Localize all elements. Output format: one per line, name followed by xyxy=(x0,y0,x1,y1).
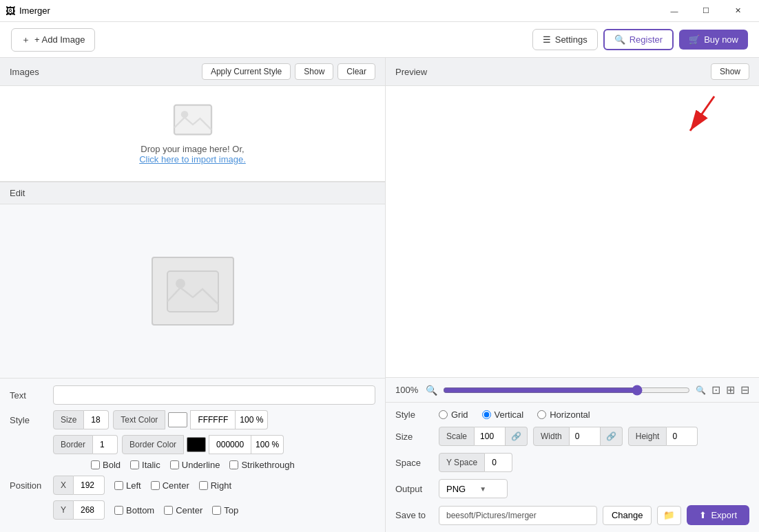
bottom-radio[interactable]: Bottom xyxy=(114,505,154,515)
space-row: Space Y Space 0 xyxy=(395,453,749,472)
show-images-button[interactable]: Show xyxy=(295,63,333,80)
y-space-value[interactable]: 0 xyxy=(485,453,512,472)
vertical-radio[interactable]: Vertical xyxy=(482,409,524,420)
plus-icon: ＋ xyxy=(21,34,30,46)
space-label: Space xyxy=(395,458,433,468)
vertical-radio-input[interactable] xyxy=(482,410,491,419)
folder-button[interactable]: 📁 xyxy=(657,506,681,525)
right-panel: Preview Show 100% 🔍 🔍 xyxy=(386,58,759,532)
output-format-select[interactable]: PNG ▼ xyxy=(439,479,508,498)
clear-button[interactable]: Clear xyxy=(337,63,375,80)
y-group: Y 268 xyxy=(53,500,105,520)
register-button[interactable]: 🔍 Register xyxy=(603,29,674,50)
text-color-hex[interactable]: FFFFFF xyxy=(190,410,236,429)
edit-header: Edit xyxy=(0,182,385,204)
height-value[interactable]: 0 xyxy=(667,427,698,446)
right-radio[interactable]: Right xyxy=(199,480,231,491)
height-label: Height xyxy=(628,427,667,446)
x-value[interactable]: 192 xyxy=(74,476,105,495)
right-check[interactable] xyxy=(199,481,208,490)
top-radio[interactable]: Top xyxy=(212,505,238,515)
italic-checkbox[interactable]: Italic xyxy=(130,460,160,470)
zoom-percent: 100% xyxy=(395,385,420,395)
border-color-group: Border Color 000000 100 % xyxy=(122,435,284,454)
center-top-radio[interactable]: Center xyxy=(151,480,189,491)
text-color-label: Text Color xyxy=(113,410,165,429)
center-top-label: Center xyxy=(163,480,189,491)
zoom-in-icon[interactable]: 🔍 xyxy=(696,385,706,395)
center-top-check[interactable] xyxy=(151,481,160,490)
canvas-image-icon xyxy=(165,269,220,314)
style-radio-row: Style Grid Vertical Horizontal xyxy=(395,409,749,420)
scale-link-icon[interactable]: 🔗 xyxy=(506,427,528,446)
style-radio-group: Grid Vertical Horizontal xyxy=(439,409,590,420)
export-button[interactable]: ⬆ Export xyxy=(687,505,749,525)
actual-size-icon[interactable]: ⊞ xyxy=(726,383,735,396)
strikethrough-checkbox[interactable]: Strikethrough xyxy=(229,460,294,470)
horizontal-radio-input[interactable] xyxy=(537,410,546,419)
minimize-button[interactable]: — xyxy=(658,0,690,22)
center-bottom-check[interactable] xyxy=(164,506,173,515)
scale-group: Scale 100 🔗 xyxy=(439,427,528,446)
size-value[interactable]: 18 xyxy=(84,410,109,429)
apply-style-button[interactable]: Apply Current Style xyxy=(202,63,291,80)
left-radio[interactable]: Left xyxy=(114,480,141,491)
width-link-icon[interactable]: 🔗 xyxy=(601,427,623,446)
left-check[interactable] xyxy=(114,481,123,490)
zoom-slider[interactable] xyxy=(443,385,690,396)
search-icon: 🔍 xyxy=(614,34,625,45)
edit-title: Edit xyxy=(10,188,25,198)
drop-zone[interactable]: Drop your image here! Or, Click here to … xyxy=(0,86,385,181)
arrow-svg xyxy=(656,93,718,148)
bold-checkbox[interactable]: Bold xyxy=(91,460,121,470)
width-value[interactable]: 0 xyxy=(570,427,601,446)
images-buttons: Apply Current Style Show Clear xyxy=(202,63,375,80)
text-label: Text xyxy=(10,390,48,401)
y-space-label: Y Space xyxy=(439,453,485,472)
border-color-hex[interactable]: 000000 xyxy=(209,435,251,454)
border-value[interactable]: 1 xyxy=(93,435,118,454)
checkboxes: Bold Italic Underline Strikethrough xyxy=(91,460,295,470)
add-image-button[interactable]: ＋ + Add Image xyxy=(11,28,95,52)
zoom-out-icon[interactable]: 🔍 xyxy=(426,385,437,396)
y-value[interactable]: 268 xyxy=(74,500,105,520)
scale-value[interactable]: 100 xyxy=(475,427,506,446)
border-color-preview[interactable] xyxy=(187,437,206,452)
left-panel: Images Apply Current Style Show Clear Dr… xyxy=(0,58,386,532)
maximize-button[interactable]: ☐ xyxy=(690,0,722,22)
toolbar-left: ＋ + Add Image xyxy=(11,28,95,52)
close-button[interactable]: ✕ xyxy=(722,0,753,22)
underline-checkbox[interactable]: Underline xyxy=(170,460,220,470)
show-preview-button[interactable]: Show xyxy=(711,63,749,80)
position-controls1: X 192 Left Center Rig xyxy=(53,476,231,495)
text-color-preview[interactable] xyxy=(168,412,187,427)
text-row: Text xyxy=(10,385,375,405)
grid-radio[interactable]: Grid xyxy=(439,409,468,420)
size-group: Size 18 xyxy=(53,410,109,429)
underline-check[interactable] xyxy=(170,460,179,469)
border-group: Border 1 xyxy=(53,435,118,454)
bottom-check[interactable] xyxy=(114,506,123,515)
fit-icon[interactable]: ⊡ xyxy=(711,383,720,396)
position-label: Position xyxy=(10,480,48,491)
strikethrough-check[interactable] xyxy=(229,460,238,469)
buynow-button[interactable]: 🛒 Buy now xyxy=(679,30,748,50)
output-row: Output PNG ▼ xyxy=(395,479,749,498)
text-input[interactable] xyxy=(53,385,375,405)
center-bottom-radio[interactable]: Center xyxy=(164,505,202,515)
size-label: Size xyxy=(53,410,84,429)
bold-check[interactable] xyxy=(91,460,100,469)
text-color-percent[interactable]: 100 % xyxy=(236,410,268,429)
settings-button[interactable]: ☰ Settings xyxy=(532,29,598,50)
top-check[interactable] xyxy=(212,506,221,515)
grid-icon[interactable]: ⊟ xyxy=(740,383,749,396)
border-color-percent[interactable]: 100 % xyxy=(251,435,284,454)
buynow-label: Buy now xyxy=(704,34,738,45)
import-link[interactable]: Click here to import image. xyxy=(139,154,246,164)
horizontal-radio[interactable]: Horizontal xyxy=(537,409,590,420)
change-button[interactable]: Change xyxy=(603,506,652,525)
italic-check[interactable] xyxy=(130,460,139,469)
main-content: Images Apply Current Style Show Clear Dr… xyxy=(0,58,759,532)
grid-radio-input[interactable] xyxy=(439,410,448,419)
app-title: Imerger xyxy=(19,6,50,16)
